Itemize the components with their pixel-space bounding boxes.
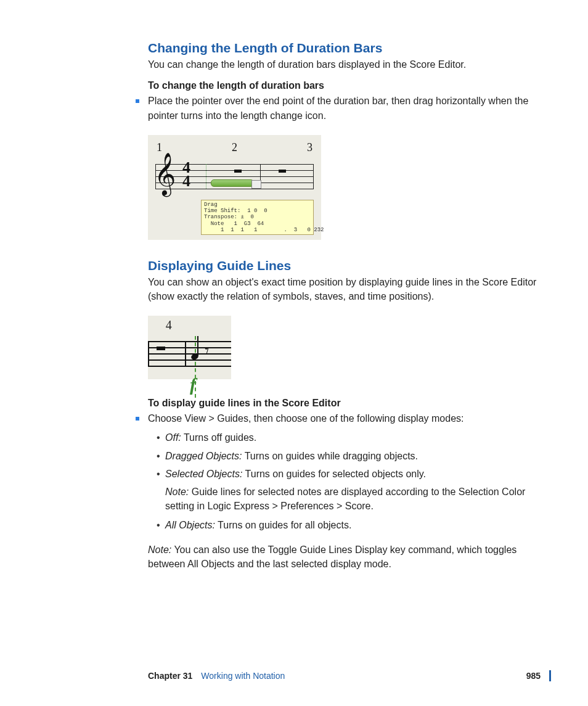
staff: 𝄾 f [148, 336, 231, 373]
section2-title: Displaying Guide Lines [148, 258, 545, 273]
time-signature: 4 4 [182, 161, 190, 188]
bar-number: 4 [148, 318, 190, 332]
section1-subhead: To change the length of duration bars [148, 80, 545, 91]
mode-off: Off: Turns off guides. [157, 430, 545, 445]
chapter-title: Working with Notation [201, 671, 285, 681]
section2-instruction-text: Choose View > Guides, then choose one of… [148, 411, 545, 425]
section2-instruction: Choose View > Guides, then choose one of… [138, 411, 545, 571]
final-note: Note: You can also use the Toggle Guide … [148, 543, 545, 571]
section1-title: Changing the Length of Duration Bars [148, 41, 545, 55]
section1-intro: You can change the length of duration ba… [148, 58, 545, 72]
note-stem [197, 336, 198, 356]
length-change-cursor-icon [251, 180, 261, 189]
rest-icon [234, 170, 242, 173]
section1-bullet-text: Place the pointer over the end point of … [148, 94, 545, 122]
dynamic-forte: f [190, 374, 196, 395]
bar-number: 3 [307, 141, 312, 154]
duration-bar [211, 179, 254, 187]
mode-all: All Objects: Turns on guides for all obj… [157, 518, 545, 532]
position-guide [206, 164, 206, 189]
figure-duration-bar: 1 2 3 𝄞 4 4 Drag Time Shift: [148, 135, 321, 240]
staff: 𝄞 4 4 [155, 159, 314, 196]
section2-intro: You can show an object's exact time posi… [148, 276, 545, 303]
footer-accent-bar [549, 670, 551, 681]
nested-note: Note: Guide lines for selected notes are… [165, 485, 545, 513]
page: Changing the Length of Duration Bars You… [0, 0, 588, 706]
bar-number: 1 [157, 141, 162, 154]
content-column: Changing the Length of Duration Bars You… [148, 41, 545, 571]
section1-bullet: Place the pointer over the end point of … [138, 94, 545, 122]
mode-selected: Selected Objects: Turns on guides for se… [157, 467, 545, 514]
figure-guide-lines: 4 𝄾 f [148, 316, 231, 379]
mode-dragged: Dragged Objects: Turns on guides while d… [157, 449, 545, 463]
page-footer: Chapter 31 Working with Notation 985 [148, 670, 551, 681]
page-number: 985 [526, 671, 541, 681]
treble-clef-icon: 𝄞 [154, 155, 176, 192]
rest-icon [279, 170, 286, 173]
rest-icon [157, 347, 165, 350]
bar-number: 2 [232, 141, 237, 154]
chapter-label: Chapter 31 [148, 671, 192, 681]
drag-tooltip: Drag Time Shift: 1 0 0 Transpose: ± 0 No… [201, 200, 314, 236]
section2-subhead: To display guide lines in the Score Edit… [148, 398, 545, 409]
